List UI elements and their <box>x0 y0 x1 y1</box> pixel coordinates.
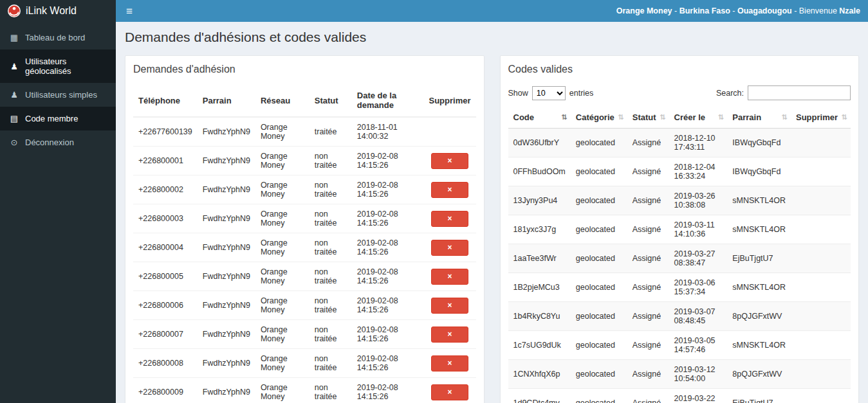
sort-icon: ⇅ <box>842 113 847 121</box>
delete-request-button[interactable]: × <box>431 153 468 169</box>
code-row: 1B2pjeMCu3geolocatedAssigné2019-03-06 15… <box>508 273 851 302</box>
users-icon: ♟ <box>9 62 19 71</box>
cell-reseau: Orange Money <box>255 147 309 175</box>
delete-request-button[interactable]: × <box>431 182 468 198</box>
code-row: 0FFhBudOOmgeolocatedAssigné2018-12-04 16… <box>508 157 851 186</box>
delete-request-button[interactable]: × <box>431 211 468 227</box>
cell-categorie: geolocated <box>571 157 627 186</box>
cell-categorie: geolocated <box>571 273 627 302</box>
cell-statut: Assigné <box>627 215 669 244</box>
search-label: Search: <box>716 89 744 98</box>
cell-parrain: FwdhzYphN9 <box>198 204 255 233</box>
cell-categorie: geolocated <box>571 302 627 331</box>
cell-parrain: 8pQJGFxtWV <box>727 360 791 389</box>
cell-parrain: FwdhzYphN9 <box>198 117 255 147</box>
cell-telephone: +226800004 <box>133 233 198 262</box>
cell-code: 181yxc3J7g <box>508 215 571 244</box>
cell-parrain: FwdhzYphN9 <box>198 291 255 320</box>
delete-request-button[interactable]: × <box>431 327 468 343</box>
column-label: Créer le <box>674 112 705 122</box>
cell-parrain: IBWqyGbqFd <box>727 129 791 157</box>
cell-date: 2019-02-08 14:15:26 <box>352 291 424 320</box>
cell-supprimer: × <box>423 349 476 378</box>
cell-statut: Assigné <box>627 273 669 302</box>
cell-supprimer <box>791 129 851 157</box>
dashboard-icon: ▦ <box>9 33 19 42</box>
cell-statut: non traitée <box>309 291 352 320</box>
brand[interactable]: iLink World <box>0 0 116 22</box>
page-length-control: Show10entries <box>508 86 594 100</box>
cell-date: 2019-02-08 14:15:26 <box>352 147 424 175</box>
delete-request-button[interactable]: × <box>431 355 468 372</box>
cell-parrain: FwdhzYphN9 <box>198 349 255 378</box>
sidebar-item-utilisateurs-simples[interactable]: ♟Utilisateurs simples <box>0 83 116 107</box>
cell-parrain: FwdhzYphN9 <box>198 233 255 262</box>
cell-statut: non traitée <box>309 378 352 403</box>
cell-cree-le: 2019-03-11 14:10:36 <box>669 215 728 244</box>
cell-parrain: EjBuTjgtU7 <box>727 389 791 403</box>
adhesion-row: +226800009FwdhzYphN9Orange Moneynon trai… <box>133 378 476 403</box>
cell-parrain: FwdhzYphN9 <box>198 175 255 204</box>
column-header-statut[interactable]: Statut⇅ <box>627 107 669 129</box>
delete-request-button[interactable]: × <box>431 269 468 285</box>
sidebar: ▦Tableau de bord♟Utilisateurs géolocalis… <box>0 22 116 403</box>
column-header-categorie[interactable]: Catégorie⇅ <box>571 107 627 129</box>
adhesion-row: +226800001FwdhzYphN9Orange Moneynon trai… <box>133 147 476 175</box>
cell-statut: Assigné <box>627 389 669 403</box>
sidebar-item-utilisateurs-geolocalises[interactable]: ♟Utilisateurs géolocalisés <box>0 49 116 83</box>
cell-parrain: sMNSKTL4OR <box>727 273 791 302</box>
sort-icon: ⇅ <box>718 113 724 121</box>
column-header-parrain[interactable]: Parrain⇅ <box>727 107 791 129</box>
cell-date: 2018-11-01 14:00:32 <box>352 117 424 147</box>
cell-date: 2019-02-08 14:15:26 <box>352 233 424 262</box>
cell-categorie: geolocated <box>571 186 627 215</box>
adhesion-header-row: TéléphoneParrainRéseauStatutDate de la d… <box>133 84 476 117</box>
cell-statut: non traitée <box>309 262 352 291</box>
adhesion-table-body: +22677600139FwdhzYphN9Orange Moneytraité… <box>133 117 476 403</box>
cell-telephone: +226800001 <box>133 147 198 175</box>
adhesion-row: +226800002FwdhzYphN9Orange Moneynon trai… <box>133 175 476 204</box>
user-greeting[interactable]: Orange Money - Burkina Faso - Ouagadougo… <box>616 6 860 15</box>
cell-date: 2019-02-08 14:15:26 <box>352 378 424 403</box>
cell-categorie: geolocated <box>571 215 627 244</box>
column-header-parrain: Parrain <box>198 84 255 117</box>
navbar: ≡ Orange Money - Burkina Faso - Ouagadou… <box>116 0 868 22</box>
column-header-cree-le[interactable]: Créer le⇅ <box>669 107 728 129</box>
cell-code: 1B2pjeMCu3 <box>508 273 571 302</box>
cell-supprimer <box>791 273 851 302</box>
cell-date: 2019-02-08 14:15:26 <box>352 349 424 378</box>
cell-supprimer <box>791 302 851 331</box>
cell-code: 1CNXhfqX6p <box>508 360 571 389</box>
adhesion-row: +226800004FwdhzYphN9Orange Moneynon trai… <box>133 233 476 262</box>
sidebar-item-tableau-de-bord[interactable]: ▦Tableau de bord <box>0 26 116 49</box>
sidebar-item-label: Tableau de bord <box>25 33 85 42</box>
sidebar-item-code-membre[interactable]: ▤Code membre <box>0 107 116 130</box>
entries-label: entries <box>569 89 594 98</box>
cell-statut: non traitée <box>309 204 352 233</box>
cell-reseau: Orange Money <box>255 204 309 233</box>
adhesion-row: +226800006FwdhzYphN9Orange Moneynon trai… <box>133 291 476 320</box>
cell-code: 0FFhBudOOm <box>508 157 571 186</box>
codes-panel-title: Codes valides <box>508 64 851 75</box>
delete-request-button[interactable]: × <box>431 384 468 400</box>
column-header-supprimer[interactable]: Supprimer⇅ <box>791 107 851 129</box>
cell-supprimer: × <box>423 147 476 175</box>
delete-request-button[interactable]: × <box>431 240 468 256</box>
cell-reseau: Orange Money <box>255 349 309 378</box>
cell-telephone: +226800005 <box>133 262 198 291</box>
cell-supprimer <box>791 331 851 360</box>
cell-reseau: Orange Money <box>255 378 309 403</box>
column-header-code[interactable]: Code⇅ <box>508 107 571 129</box>
cell-statut: Assigné <box>627 302 669 331</box>
entries-select[interactable]: 10 <box>532 86 566 100</box>
search-input[interactable] <box>748 85 851 100</box>
cell-supprimer: × <box>423 320 476 349</box>
cell-reseau: Orange Money <box>255 117 309 147</box>
sidebar-item-deconnexion[interactable]: ⊙Déconnexion <box>0 130 116 154</box>
column-header-date: Date de la demande <box>352 84 424 117</box>
delete-request-button[interactable]: × <box>431 298 468 314</box>
cell-supprimer <box>791 215 851 244</box>
cell-reseau: Orange Money <box>255 262 309 291</box>
cell-code: 0dW36UfbrY <box>508 129 571 157</box>
sidebar-toggle-button[interactable]: ≡ <box>124 6 135 17</box>
